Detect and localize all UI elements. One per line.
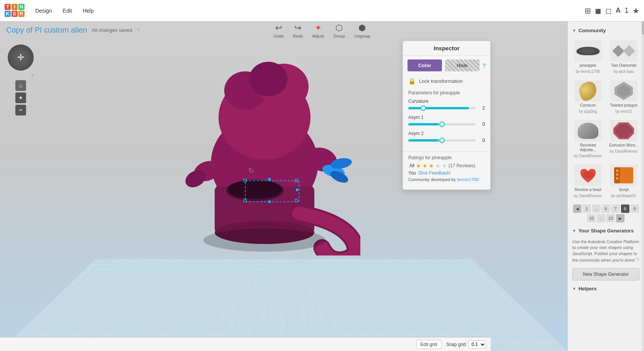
page-prev-button[interactable]: ◀ [573, 204, 582, 213]
ratings-title: Ratings for pineapple [408, 155, 485, 160]
nav-help-icon[interactable]: ? [31, 73, 34, 79]
menu-help[interactable]: Help [78, 5, 99, 16]
shape-thumb-twisted [610, 80, 637, 102]
svg-point-23 [296, 189, 299, 191]
grid-view-icon[interactable]: ⊞ [585, 6, 591, 15]
group-button[interactable]: ⬡ Group [333, 23, 345, 38]
logo-r: R [18, 11, 25, 17]
community-dev-link[interactable]: fermtz1700! [457, 177, 479, 182]
your-sg-help-icon[interactable]: ? [636, 257, 639, 263]
give-feedback-button[interactable]: Give Feedback! [418, 170, 450, 176]
shape-name-revolved: Revolved Adjusta... [572, 143, 604, 152]
community-title: Community [578, 28, 606, 33]
page-8-button[interactable]: 8 [621, 204, 629, 213]
lock-transformation[interactable]: 🔒 Lock transformation [403, 75, 490, 87]
save-status: All changes saved [92, 27, 132, 33]
shape-item-revolved[interactable]: Revolved Adjusta... by DavidReeves [571, 118, 605, 161]
color-tab[interactable]: Color [407, 59, 442, 71]
shape-item-corneum[interactable]: Corneum by q1g0ng [571, 78, 605, 116]
shape-item-twisted[interactable]: Twisted polygon by imm22 [607, 78, 641, 116]
hole-tab[interactable]: Hole [445, 59, 480, 71]
ratings-you-row: You Give Feedback! [408, 170, 485, 176]
asym2-label: Asym 2 [408, 131, 485, 136]
text-icon[interactable]: A [616, 7, 621, 15]
shape-item-script[interactable]: Script by achtbaan01 [607, 162, 641, 201]
adjust-button[interactable]: ✦ Adjust [312, 23, 324, 38]
group-label: Group [333, 34, 345, 38]
asym1-label: Asym 1 [408, 115, 485, 120]
you-label: You [408, 170, 416, 176]
params-section: Parameters for pineapple Curvature 2 Asy… [403, 87, 490, 150]
asym1-slider[interactable] [408, 123, 476, 125]
curvature-slider[interactable] [408, 107, 476, 109]
menu-design[interactable]: Design [31, 5, 57, 16]
page-ellipsis-1: ... [592, 204, 601, 213]
group-icon: ⬡ [335, 23, 343, 33]
svg-point-21 [268, 178, 271, 181]
page-1-button[interactable]: 1 [583, 204, 591, 213]
page-10-button[interactable]: 10 [587, 214, 596, 222]
menu-edit[interactable]: Edit [58, 5, 77, 16]
new-shape-generator-button[interactable]: New Shape Generator [572, 268, 639, 280]
nav-menu: Design Edit Help [31, 5, 99, 16]
helpers-triangle-icon: ▼ [572, 287, 576, 291]
undo-button[interactable]: ↩ Undo [274, 23, 284, 38]
page-7-button[interactable]: 7 [611, 204, 620, 213]
toolbar: ↩ Undo ↪ Redo ✦ Adjust ⬡ Group ⬢ Ungroup [274, 21, 370, 40]
star-4[interactable]: ★ [435, 163, 440, 169]
page-23-button[interactable]: 23 [606, 214, 615, 222]
community-shapes-grid: pineapple by fermtz1700 Two Diamonds by … [568, 36, 644, 202]
inspector-help-icon[interactable]: ? [483, 62, 486, 69]
all-label: All [408, 163, 414, 168]
undo-label: Undo [274, 34, 284, 38]
svg-point-30 [582, 171, 594, 179]
number-icon[interactable]: 1 [624, 6, 629, 15]
shape-item-heart[interactable]: Revolve a heart by DavidReeves [571, 162, 605, 201]
shape-thumb-pineapple [574, 40, 602, 62]
page-9-button[interactable]: 9 [631, 204, 639, 213]
wireframe-icon[interactable]: ◻ [605, 6, 612, 15]
shape-item-pineapple[interactable]: pineapple by fermtz1700 [571, 38, 605, 76]
zoom-out-button[interactable]: − [15, 105, 26, 115]
shape-thumb-heart [574, 165, 602, 186]
page-next-button[interactable]: ▶ [616, 214, 624, 222]
3d-view-icon[interactable]: ◼ [595, 6, 601, 15]
community-dev-label: Community developed by [408, 177, 456, 182]
star-3[interactable]: ★ [429, 163, 434, 169]
alien-3d-model: ↻ [169, 41, 360, 263]
page-6-button[interactable]: 6 [602, 204, 610, 213]
asym2-value: 0 [479, 138, 485, 143]
svg-point-15 [228, 180, 282, 199]
shape-author-diamonds: by jack tsau [614, 69, 634, 74]
ungroup-button[interactable]: ⬢ Ungroup [354, 23, 370, 38]
shape-name-script: Script [619, 188, 629, 192]
shape-name-heart: Revolve a heart [575, 188, 601, 192]
shape-thumb-corneum [574, 80, 602, 102]
canvas-area[interactable]: Copy of PI custom alien All changes save… [0, 21, 567, 351]
snap-grid-select[interactable]: 0.1 0.5 1 [468, 340, 486, 349]
asym2-slider[interactable] [408, 139, 476, 142]
redo-button[interactable]: ↪ Redo [293, 23, 303, 38]
edit-grid-button[interactable]: Edit grid [416, 340, 442, 349]
home-view-button[interactable]: ⌂ [15, 80, 26, 91]
star-icon[interactable]: ★ [632, 6, 639, 15]
project-title[interactable]: Copy of PI custom alien [6, 26, 87, 35]
adjust-icon: ✦ [315, 23, 322, 33]
star-5[interactable]: ★ [442, 163, 447, 169]
zoom-in-button[interactable]: + [15, 92, 26, 103]
help-icon[interactable]: ? [137, 27, 140, 33]
inspector-tabs: Color Hole ? [403, 56, 490, 75]
shape-item-extrusion[interactable]: Extrusion More... by DavidReeves [607, 118, 641, 161]
logo-n: N [18, 4, 25, 10]
shape-author-extrusion: by DavidReeves [610, 149, 638, 154]
tinkercad-logo[interactable]: T I N K E R [5, 4, 25, 18]
svg-rect-35 [616, 177, 618, 180]
pan-control[interactable] [8, 44, 34, 71]
inspector-title: Inspector [403, 41, 490, 56]
asym1-param: Asym 1 0 [408, 115, 485, 127]
shape-item-diamonds[interactable]: Two Diamonds by jack tsau [607, 38, 641, 76]
shape-name-diamonds: Two Diamonds [611, 63, 636, 68]
star-2[interactable]: ★ [422, 163, 427, 169]
ungroup-icon: ⬢ [358, 23, 366, 33]
star-1[interactable]: ★ [416, 163, 421, 169]
